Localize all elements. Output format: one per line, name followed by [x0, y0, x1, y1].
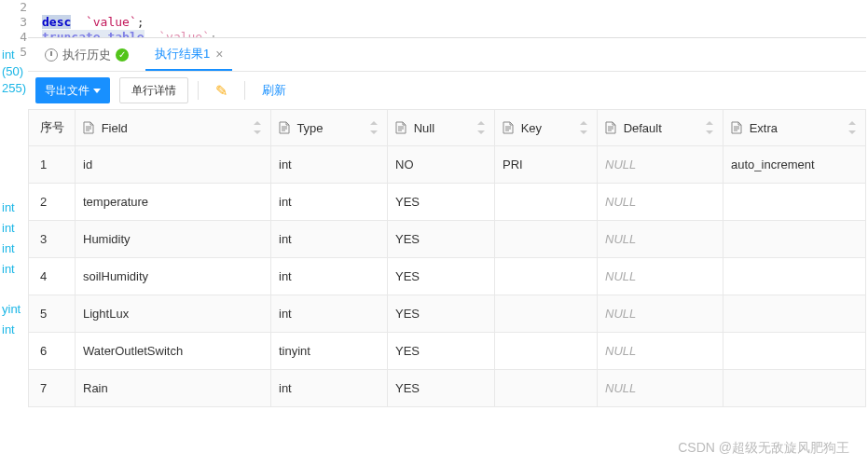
table-cell[interactable]: 4 — [29, 258, 76, 295]
table-row[interactable]: 6WaterOutletSwitchtinyintYESNULL — [29, 333, 866, 370]
tab-bar: 执行历史 ✓ 执行结果1 × — [28, 38, 866, 72]
table-cell[interactable]: 5 — [29, 295, 76, 333]
col-header-key[interactable]: Key — [495, 110, 598, 146]
close-icon[interactable]: × — [215, 47, 223, 62]
table-cell[interactable]: PRI — [495, 146, 598, 184]
table-cell[interactable]: YES — [388, 333, 495, 370]
table-cell[interactable] — [495, 333, 598, 370]
table-cell[interactable]: LightLux — [76, 295, 271, 333]
table-cell[interactable] — [723, 370, 866, 407]
table-cell[interactable] — [495, 184, 598, 221]
col-header-default[interactable]: Default — [598, 110, 723, 146]
sql-identifier: `value` — [86, 15, 137, 29]
table-cell[interactable]: int — [271, 184, 388, 221]
col-header-index[interactable]: 序号 — [29, 110, 76, 146]
table-cell[interactable]: int — [271, 295, 388, 333]
watermark: CSDN @超级无敌旋风肥狗王 — [678, 440, 849, 457]
table-row[interactable]: 4soilHumidityintYESNULL — [29, 258, 866, 295]
table-cell[interactable] — [495, 295, 598, 333]
table-cell[interactable] — [495, 258, 598, 295]
table-cell[interactable]: Humidity — [76, 221, 271, 258]
table-cell[interactable]: YES — [388, 295, 495, 333]
table-cell[interactable]: YES — [388, 370, 495, 407]
table-cell[interactable] — [723, 184, 866, 221]
sort-icon[interactable] — [254, 121, 263, 134]
sort-icon[interactable] — [848, 121, 858, 134]
tab-label: 执行历史 — [62, 47, 111, 63]
divider — [198, 81, 199, 100]
document-icon — [83, 121, 94, 134]
table-cell[interactable] — [723, 258, 866, 295]
export-button[interactable]: 导出文件 — [35, 77, 110, 103]
result-table: 序号 Field Type Null Key — [28, 109, 866, 407]
table-cell[interactable]: id — [76, 146, 271, 184]
table-row[interactable]: 1idintNOPRINULLauto_increment — [29, 146, 866, 184]
left-margin: int (50) 255) int int int int yint int — [0, 47, 26, 338]
table-cell[interactable]: temperature — [76, 184, 271, 221]
row-detail-button[interactable]: 单行详情 — [119, 77, 188, 103]
results-panel: 执行历史 ✓ 执行结果1 × 导出文件 单行详情 ✎ 刷新 序号 Field — [28, 37, 866, 407]
refresh-link[interactable]: 刷新 — [255, 82, 294, 99]
table-cell[interactable]: auto_increment — [723, 146, 866, 184]
table-cell[interactable]: NULL — [598, 333, 723, 370]
document-icon — [395, 121, 406, 134]
col-header-type[interactable]: Type — [271, 110, 388, 146]
table-cell[interactable]: soilHumidity — [76, 258, 271, 295]
table-cell[interactable]: YES — [388, 184, 495, 221]
table-cell[interactable]: NULL — [598, 184, 723, 221]
table-cell[interactable]: Rain — [76, 370, 271, 407]
col-header-null[interactable]: Null — [388, 110, 495, 146]
tab-history[interactable]: 执行历史 ✓ — [35, 47, 138, 63]
check-icon: ✓ — [116, 48, 129, 62]
table-cell[interactable]: NULL — [598, 258, 723, 295]
table-cell[interactable]: NULL — [598, 221, 723, 258]
document-icon — [605, 121, 616, 134]
table-cell[interactable]: 7 — [29, 370, 76, 407]
table-cell[interactable] — [723, 221, 866, 258]
sql-keyword: desc — [42, 15, 71, 29]
table-row[interactable]: 7RainintYESNULL — [29, 370, 866, 407]
table-cell[interactable]: WaterOutletSwitch — [76, 333, 271, 370]
document-icon — [503, 121, 514, 134]
tab-label: 执行结果1 — [155, 46, 210, 62]
table-cell[interactable]: NULL — [598, 146, 723, 184]
table-cell[interactable]: tinyint — [271, 333, 388, 370]
table-cell[interactable]: 1 — [29, 146, 76, 184]
table-cell[interactable]: YES — [388, 258, 495, 295]
table-cell[interactable]: NULL — [598, 370, 723, 407]
table-row[interactable]: 3HumidityintYESNULL — [29, 221, 866, 258]
table-cell[interactable] — [723, 295, 866, 333]
table-cell[interactable]: NULL — [598, 295, 723, 333]
tab-result[interactable]: 执行结果1 × — [145, 38, 232, 71]
table-cell[interactable]: int — [271, 258, 388, 295]
table-cell[interactable]: int — [271, 146, 388, 184]
sort-icon[interactable] — [370, 121, 379, 134]
table-cell[interactable]: NO — [388, 146, 495, 184]
sort-icon[interactable] — [580, 121, 589, 134]
document-icon — [279, 121, 290, 134]
table-cell[interactable]: 2 — [29, 184, 76, 221]
code-editor[interactable]: 2 3 4 5 desc `value`; truncate table `va… — [0, 0, 868, 37]
edit-icon[interactable]: ✎ — [208, 82, 235, 100]
sort-icon[interactable] — [477, 121, 487, 134]
table-row[interactable]: 5LightLuxintYESNULL — [29, 295, 866, 333]
table-cell[interactable]: int — [271, 221, 388, 258]
document-icon — [731, 121, 742, 134]
history-icon — [45, 48, 58, 62]
divider — [244, 81, 245, 100]
table-cell[interactable] — [495, 370, 598, 407]
table-row[interactable]: 2temperatureintYESNULL — [29, 184, 866, 221]
sort-icon[interactable] — [706, 121, 715, 134]
toolbar: 导出文件 单行详情 ✎ 刷新 — [28, 72, 866, 109]
table-cell[interactable]: int — [271, 370, 388, 407]
table-cell[interactable]: 3 — [29, 221, 76, 258]
col-header-extra[interactable]: Extra — [723, 110, 866, 146]
table-cell[interactable]: 6 — [29, 333, 76, 370]
table-cell[interactable]: YES — [388, 221, 495, 258]
table-cell[interactable] — [495, 221, 598, 258]
col-header-field[interactable]: Field — [76, 110, 271, 146]
chevron-down-icon — [93, 89, 101, 93]
table-cell[interactable] — [723, 333, 866, 370]
